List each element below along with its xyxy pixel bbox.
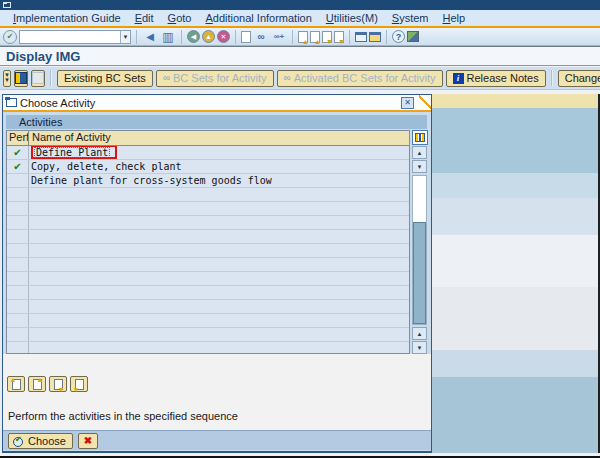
enter-button[interactable]: ✔ xyxy=(3,30,17,44)
dialog-window-icon xyxy=(6,98,17,107)
position-button[interactable] xyxy=(14,70,28,87)
scroll-down-button[interactable]: ▼ xyxy=(412,160,427,173)
table-row[interactable]: ✔ Copy, delete, check plant xyxy=(7,160,409,174)
first-page-icon xyxy=(12,379,21,390)
customize-layout-icon[interactable] xyxy=(407,31,419,42)
vertical-scrollbar: ▲ ▼ ▲ ▼ xyxy=(411,130,428,354)
dialog-hint-text: Perform the activities in the specified … xyxy=(8,410,238,422)
command-dropdown-icon[interactable]: ▼ xyxy=(120,31,130,43)
title-band: Display IMG xyxy=(0,47,600,66)
application-toolbar: ▼▼ Existing BC Sets ∞ BC Sets for Activi… xyxy=(0,67,600,90)
dialog-close-button[interactable]: ✕ xyxy=(401,97,414,109)
find-icon[interactable]: ∞ xyxy=(253,29,269,44)
position-icon xyxy=(15,72,27,84)
previous-page-icon[interactable] xyxy=(310,31,320,43)
activities-table: Perf.. Name of Activity ✔ Define Plant xyxy=(6,130,428,354)
activity-name[interactable]: Define plant for cross-system goods flow xyxy=(29,174,409,187)
existing-bc-sets-button[interactable]: Existing BC Sets xyxy=(57,70,153,87)
performed-check-icon: ✔ xyxy=(7,146,29,159)
menu-item-help[interactable]: Help xyxy=(436,10,473,26)
dialog-body: Activities Perf.. Name of Activity ✔ Def… xyxy=(3,112,431,450)
menu-item-system[interactable]: System xyxy=(385,10,436,26)
change-log-button[interactable]: Change Log xyxy=(558,70,600,87)
double-chevron-icon: ▼▼ xyxy=(4,73,10,83)
table-header: Perf.. Name of Activity xyxy=(7,131,409,146)
dialog-title: Choose Activity xyxy=(20,97,398,109)
dialog-footer: Choose ✖ xyxy=(3,430,431,450)
last-page-icon xyxy=(75,379,84,390)
window-titlebar xyxy=(0,0,600,10)
next-page-icon[interactable] xyxy=(322,31,332,43)
activity-name[interactable]: Copy, delete, check plant xyxy=(29,160,409,173)
expand-collapse-button[interactable]: ▼▼ xyxy=(3,70,11,87)
dialog-titlebar[interactable]: Choose Activity ✕ xyxy=(3,95,431,112)
last-page-icon[interactable] xyxy=(334,31,344,43)
bc-sets-for-activity-button: ∞ BC Sets for Activity xyxy=(156,70,274,87)
next-page-icon xyxy=(54,379,63,390)
sap-gui-window: Implementation Guide Edit Goto Additiona… xyxy=(0,0,600,458)
dimmed-icon xyxy=(32,72,44,84)
table-row[interactable]: ✔ Define Plant xyxy=(7,146,409,160)
first-page-button[interactable] xyxy=(7,376,25,392)
scrollbar-track[interactable] xyxy=(412,175,427,325)
back-icon[interactable]: ◀ xyxy=(142,29,158,44)
menu-item-additional-information[interactable]: Additional Information xyxy=(198,10,318,26)
create-shortcut-icon[interactable] xyxy=(369,32,381,42)
exit-circle-icon[interactable]: ▲ xyxy=(202,30,215,43)
activated-bc-sets-button: ∞ Activated BC Sets for Activity xyxy=(277,70,443,87)
menu-item-goto[interactable]: Goto xyxy=(161,10,199,26)
find-next-icon[interactable]: ∞+ xyxy=(271,29,287,44)
scroll-down-button-bottom[interactable]: ▼ xyxy=(412,341,427,354)
choose-magnifier-icon xyxy=(12,435,24,447)
activity-name[interactable]: Define Plant xyxy=(34,147,110,158)
cancel-button[interactable]: ✖ xyxy=(78,433,98,449)
release-notes-button[interactable]: i Release Notes xyxy=(446,70,546,87)
cancel-circle-icon[interactable]: ✕ xyxy=(217,30,230,43)
menu-item-implementation-guide[interactable]: Implementation Guide xyxy=(6,10,128,26)
command-field[interactable]: ▼ xyxy=(19,30,131,44)
binoculars-icon: ∞ xyxy=(284,73,291,83)
first-page-icon[interactable] xyxy=(298,31,308,43)
page-title: Display IMG xyxy=(6,49,80,64)
back-circle-icon[interactable]: ◀ xyxy=(187,30,200,43)
scroll-up-button-bottom[interactable]: ▲ xyxy=(412,327,427,340)
column-header-performed: Perf.. xyxy=(7,131,29,145)
standard-toolbar: ✔ ▼ ◀ ▥ ◀ ▲ ✕ ∞ ∞+ ? xyxy=(0,28,600,46)
activities-section-label: Activities xyxy=(6,115,427,129)
dialog-corner-decoration xyxy=(419,95,431,110)
help-icon[interactable]: ? xyxy=(392,30,405,43)
save-icon[interactable]: ▥ xyxy=(160,29,176,44)
menu-item-utilities[interactable]: Utilities(M) xyxy=(319,10,385,26)
print-icon[interactable] xyxy=(241,31,251,43)
window-icon xyxy=(3,2,11,8)
table-row[interactable]: Define plant for cross-system goods flow xyxy=(7,174,409,188)
page-navigation-buttons xyxy=(7,376,88,392)
choose-button[interactable]: Choose xyxy=(8,433,73,449)
menu-bar: Implementation Guide Edit Goto Additiona… xyxy=(0,10,600,26)
performed-check-icon: ✔ xyxy=(7,160,29,173)
binoculars-icon: ∞ xyxy=(163,73,170,83)
background-content xyxy=(432,94,600,453)
new-session-icon[interactable] xyxy=(355,32,367,42)
disabled-tool-button xyxy=(31,70,45,87)
table-settings-button[interactable] xyxy=(412,130,428,145)
next-page-button[interactable] xyxy=(49,376,67,392)
scroll-up-button[interactable]: ▲ xyxy=(412,146,427,159)
scrollbar-thumb[interactable] xyxy=(413,222,426,324)
previous-page-icon xyxy=(33,379,42,390)
info-icon: i xyxy=(453,73,464,84)
column-header-name: Name of Activity xyxy=(29,131,409,145)
previous-page-button[interactable] xyxy=(28,376,46,392)
choose-activity-dialog: Choose Activity ✕ Activities Perf.. Name… xyxy=(2,94,432,453)
menu-item-edit[interactable]: Edit xyxy=(128,10,161,26)
highlight-annotation: Define Plant xyxy=(31,146,117,159)
last-page-button[interactable] xyxy=(70,376,88,392)
table-grid-icon xyxy=(415,133,425,142)
